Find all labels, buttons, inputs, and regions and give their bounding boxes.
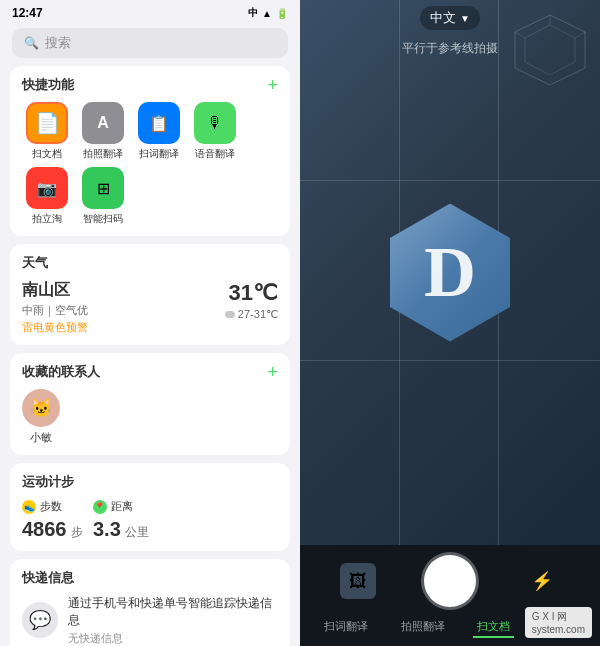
- steps-value: 4866 步: [22, 518, 83, 541]
- tab-photo-translate[interactable]: 拍照翻译: [397, 617, 449, 638]
- gallery-icon: 🖼: [349, 571, 367, 592]
- camera-controls: 🖼 ⚡: [300, 555, 600, 607]
- photo-shop-icon: 📷: [26, 167, 68, 209]
- status-time: 12:47: [12, 6, 43, 20]
- weather-left: 南山区 中雨｜空气优 雷电黄色预警: [22, 280, 88, 335]
- express-icon: 💬: [22, 602, 58, 638]
- weather-section: 天气 南山区 中雨｜空气优 雷电黄色预警 31℃ 27-31℃: [10, 244, 290, 345]
- scan-word-icon: 📋: [138, 102, 180, 144]
- tab-scan-word[interactable]: 扫词翻译: [320, 617, 372, 638]
- express-main: 通过手机号和快递单号智能追踪快递信息: [68, 595, 278, 629]
- photo-shop-label: 拍立淘: [32, 212, 62, 226]
- contact-avatar: 🐱: [22, 389, 60, 427]
- lang-text: 中文: [430, 9, 456, 27]
- signal-icon: 中: [248, 6, 258, 20]
- gxi-subtext: system.com: [532, 624, 585, 635]
- quick-functions-header: 快捷功能 +: [22, 76, 278, 94]
- voice-translate-icon: 🎙: [194, 102, 236, 144]
- distance-value: 3.3 公里: [93, 518, 149, 541]
- photo-translate-icon: A: [82, 102, 124, 144]
- weather-desc: 中雨｜空气优: [22, 303, 88, 318]
- quick-functions-section: 快捷功能 + 📄 扫文档 A 拍照翻译 📋 扫词翻译: [10, 66, 290, 236]
- left-panel: 12:47 中 ▲ 🔋 🔍 搜索 快捷功能 + 📄 扫文档 A: [0, 0, 300, 646]
- lang-selector[interactable]: 中文 ▼: [420, 6, 480, 30]
- quick-item-scan-doc[interactable]: 📄 扫文档: [22, 102, 72, 161]
- smart-scan-icon: ⊞: [82, 167, 124, 209]
- contact-name: 小敏: [30, 430, 52, 445]
- quick-functions-add[interactable]: +: [267, 76, 278, 94]
- weather-alert[interactable]: 雷电黄色预警: [22, 320, 88, 335]
- express-header: 快递信息: [22, 569, 278, 587]
- express-section: 快递信息 💬 通过手机号和快递单号智能追踪快递信息 无快递信息: [10, 559, 290, 646]
- distance-label: 📍 距离: [93, 499, 149, 514]
- steps-header: 运动计步: [22, 473, 278, 491]
- weather-range: 27-31℃: [225, 308, 278, 321]
- contacts-title: 收藏的联系人: [22, 363, 100, 381]
- hex-shape: D: [390, 204, 510, 342]
- tab-scan-doc[interactable]: 扫文档: [473, 617, 514, 638]
- search-placeholder: 搜索: [45, 34, 71, 52]
- scan-doc-label: 扫文档: [32, 147, 62, 161]
- hex-logo-container: D: [390, 204, 510, 342]
- status-icons: 中 ▲ 🔋: [248, 6, 288, 20]
- shutter-button[interactable]: [424, 555, 476, 607]
- flash-icon: ⚡: [531, 570, 553, 592]
- flash-button[interactable]: ⚡: [524, 563, 560, 599]
- scan-doc-icon: 📄: [26, 102, 68, 144]
- steps-grid: 👟 步数 4866 步 📍 距离 3.3 公里: [22, 499, 278, 541]
- steps-count-icon: 👟: [22, 500, 36, 514]
- express-title: 快递信息: [22, 569, 74, 587]
- gxi-watermark: G X I 网 system.com: [525, 607, 592, 638]
- steps-distance-item: 📍 距离 3.3 公里: [93, 499, 149, 541]
- search-icon: 🔍: [24, 36, 39, 50]
- quick-item-scan-word[interactable]: 📋 扫词翻译: [134, 102, 184, 161]
- contacts-list: 🐱 小敏: [22, 389, 278, 445]
- contacts-header: 收藏的联系人 +: [22, 363, 278, 381]
- quick-functions-title: 快捷功能: [22, 76, 74, 94]
- quick-item-photo-shop[interactable]: 📷 拍立淘: [22, 167, 72, 226]
- scan-word-label: 扫词翻译: [139, 147, 179, 161]
- steps-count-item: 👟 步数 4866 步: [22, 499, 83, 541]
- quick-item-smart-scan[interactable]: ⊞ 智能扫码: [78, 167, 128, 226]
- gxi-text: G X I 网: [532, 610, 585, 624]
- grid-h1: [300, 180, 600, 181]
- right-panel: 中文 ▼ 平行于参考线拍摄 D 🖼 ⚡ 扫词翻译 拍照翻译 扫文档: [300, 0, 600, 646]
- weather-city: 南山区: [22, 280, 88, 301]
- wifi-icon: ▲: [262, 8, 272, 19]
- weather-header: 天气: [22, 254, 278, 272]
- contacts-section: 收藏的联系人 + 🐱 小敏: [10, 353, 290, 455]
- battery-icon: 🔋: [276, 8, 288, 19]
- quick-item-voice-translate[interactable]: 🎙 语音翻译: [190, 102, 240, 161]
- camera-viewfinder: 中文 ▼ 平行于参考线拍摄 D: [300, 0, 600, 545]
- status-bar: 12:47 中 ▲ 🔋: [0, 0, 300, 24]
- weather-title: 天气: [22, 254, 48, 272]
- weather-content: 南山区 中雨｜空气优 雷电黄色预警 31℃ 27-31℃: [22, 280, 278, 335]
- camera-top-bar: 中文 ▼: [300, 0, 600, 36]
- chevron-down-icon: ▼: [460, 13, 470, 24]
- steps-section: 运动计步 👟 步数 4866 步 📍 距离 3.3: [10, 463, 290, 551]
- cloud-icon: [225, 311, 235, 318]
- express-content: 💬 通过手机号和快递单号智能追踪快递信息 无快递信息: [22, 595, 278, 646]
- hex-letter: D: [424, 231, 476, 314]
- smart-scan-label: 智能扫码: [83, 212, 123, 226]
- express-text: 通过手机号和快递单号智能追踪快递信息 无快递信息: [68, 595, 278, 646]
- quick-grid: 📄 扫文档 A 拍照翻译 📋 扫词翻译 🎙 语音翻译: [22, 102, 278, 226]
- weather-right: 31℃ 27-31℃: [225, 280, 278, 321]
- voice-translate-label: 语音翻译: [195, 147, 235, 161]
- steps-label: 👟 步数: [22, 499, 83, 514]
- steps-title: 运动计步: [22, 473, 74, 491]
- quick-item-photo-translate[interactable]: A 拍照翻译: [78, 102, 128, 161]
- photo-translate-label: 拍照翻译: [83, 147, 123, 161]
- camera-hint: 平行于参考线拍摄: [300, 40, 600, 57]
- distance-icon: 📍: [93, 500, 107, 514]
- grid-h2: [300, 360, 600, 361]
- contacts-add[interactable]: +: [267, 363, 278, 381]
- contact-item[interactable]: 🐱 小敏: [22, 389, 60, 445]
- gallery-button[interactable]: 🖼: [340, 563, 376, 599]
- weather-temp: 31℃: [225, 280, 278, 306]
- express-sub: 无快递信息: [68, 631, 278, 646]
- search-bar[interactable]: 🔍 搜索: [12, 28, 288, 58]
